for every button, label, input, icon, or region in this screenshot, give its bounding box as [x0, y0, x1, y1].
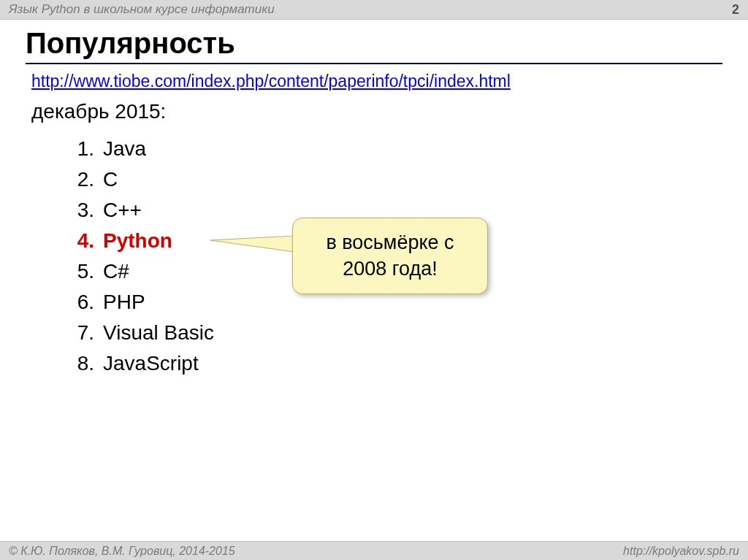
- list-item-name: JavaScript: [103, 348, 199, 379]
- slide-title: Популярность: [26, 27, 722, 64]
- list-item-number: 3.: [69, 195, 103, 226]
- list-item-number: 7.: [69, 318, 103, 348]
- list-item-number: 5.: [69, 256, 103, 287]
- list-item-name: C#: [103, 256, 129, 287]
- list-item: 1.Java: [69, 134, 722, 164]
- list-item-number: 2.: [69, 164, 103, 195]
- list-item-name: Visual Basic: [103, 318, 214, 348]
- source-link[interactable]: http://www.tiobe.com/index.php/content/p…: [31, 72, 511, 91]
- subtitle: декабрь 2015:: [31, 100, 722, 123]
- slide-content: Популярность http://www.tiobe.com/index.…: [0, 20, 748, 379]
- footer-copyright: © К.Ю. Поляков, В.М. Гуровиц, 2014-2015: [9, 545, 235, 558]
- list-item-number: 6.: [69, 287, 103, 318]
- list-item-name: PHP: [103, 287, 145, 318]
- footer-bar: © К.Ю. Поляков, В.М. Гуровиц, 2014-2015 …: [0, 541, 748, 560]
- page-number: 2: [732, 2, 739, 18]
- list-item-name: C: [103, 164, 118, 195]
- list-item-number: 4.: [69, 226, 103, 256]
- svg-marker-0: [210, 236, 294, 252]
- list-item: 2.C: [69, 164, 722, 195]
- list-item-number: 1.: [69, 134, 103, 164]
- list-item-name: C++: [103, 195, 142, 226]
- list-item-name: Python: [103, 226, 172, 256]
- header-title: Язык Python в школьном курсе информатики: [9, 2, 275, 17]
- header-bar: Язык Python в школьном курсе информатики…: [0, 0, 748, 20]
- list-item: 8.JavaScript: [69, 348, 722, 379]
- callout-bubble: в восьмёрке с 2008 года!: [292, 218, 488, 294]
- list-item-name: Java: [103, 134, 146, 164]
- list-item-number: 8.: [69, 348, 103, 379]
- list-item: 7.Visual Basic: [69, 318, 722, 348]
- callout-text: в восьмёрке с 2008 года!: [306, 230, 474, 281]
- footer-url: http://kpolyakov.spb.ru: [623, 545, 739, 558]
